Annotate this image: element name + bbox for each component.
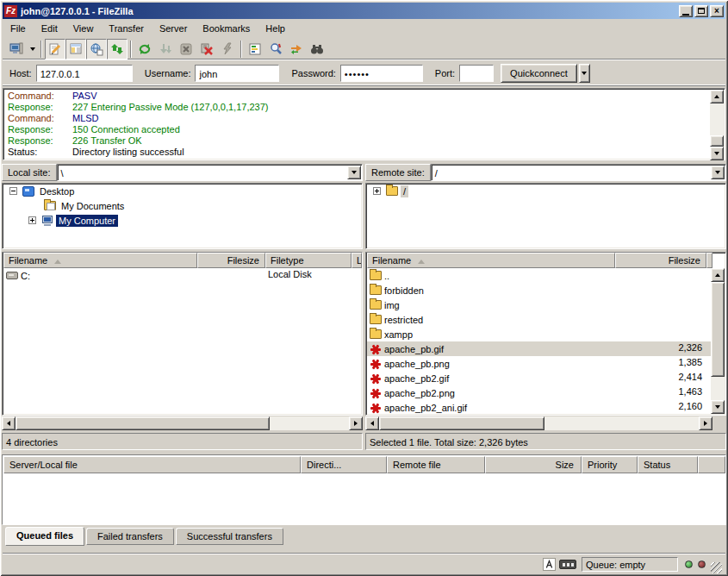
file-row[interactable]: apache_pb2.png1,463 xyxy=(367,385,712,400)
file-row[interactable]: apache_pb.png1,385 xyxy=(367,356,712,371)
menu-view[interactable]: View xyxy=(65,21,102,36)
menu-help[interactable]: Help xyxy=(258,21,293,36)
scroll-track[interactable] xyxy=(270,416,349,430)
column-header-filesize[interactable]: Filesize xyxy=(197,253,265,268)
scroll-left-button[interactable] xyxy=(2,416,16,430)
scroll-track[interactable] xyxy=(544,416,699,430)
menu-file[interactable]: File xyxy=(3,21,34,36)
remote-tree: / xyxy=(365,183,726,249)
local-site-dropdown[interactable] xyxy=(347,166,361,179)
column-header-filename[interactable]: Filename xyxy=(3,253,197,268)
column-header-last-modified[interactable]: L xyxy=(352,253,362,268)
file-row-selected[interactable]: apache_pb.gif2,326 xyxy=(367,341,712,356)
tree-item-desktop[interactable]: Desktop xyxy=(3,184,362,198)
queue-column-status[interactable]: Status xyxy=(638,456,698,473)
scroll-track[interactable] xyxy=(711,377,725,400)
synchronized-browsing-button[interactable] xyxy=(286,39,307,59)
transfer-queue: Server/Local file Directi... Remote file… xyxy=(2,454,726,525)
expand-toggle[interactable] xyxy=(28,216,36,224)
folder-row[interactable]: .. xyxy=(367,268,712,283)
scroll-thumb[interactable] xyxy=(711,282,725,377)
collapse-toggle[interactable] xyxy=(9,187,17,195)
scroll-thumb[interactable] xyxy=(16,416,270,430)
scroll-right-button[interactable] xyxy=(699,416,712,430)
refresh-button[interactable] xyxy=(134,39,155,59)
toggle-message-log-button[interactable] xyxy=(45,39,65,59)
scroll-thumb[interactable] xyxy=(710,135,724,147)
scroll-thumb[interactable] xyxy=(379,416,544,430)
resize-grip[interactable] xyxy=(711,562,722,573)
folder-row[interactable]: restricted xyxy=(367,312,712,327)
file-row[interactable]: apache_pb2.gif2,414 xyxy=(367,371,712,385)
scroll-track[interactable] xyxy=(710,103,724,135)
remote-hscrollbar[interactable] xyxy=(365,416,712,430)
tree-item-my-computer[interactable]: My Computer xyxy=(3,213,362,228)
menu-server[interactable]: Server xyxy=(152,21,195,36)
scroll-left-button[interactable] xyxy=(365,416,379,430)
column-label: Filename xyxy=(9,255,47,266)
toggle-remote-tree-button[interactable] xyxy=(86,39,107,59)
column-header-filesize[interactable]: Filesize xyxy=(615,253,706,268)
folder-row[interactable]: xampp xyxy=(367,327,712,341)
queue-column-direction[interactable]: Directi... xyxy=(301,456,387,473)
minimize-button[interactable] xyxy=(679,5,693,17)
file-row[interactable]: apache_pb2_ani.gif2,160 xyxy=(367,400,712,414)
cancel-button[interactable] xyxy=(176,39,196,59)
folder-row[interactable]: img xyxy=(367,297,712,312)
scroll-down-button[interactable] xyxy=(710,147,724,160)
queue-body[interactable] xyxy=(3,474,725,523)
file-row-c-drive[interactable]: C: Local Disk xyxy=(3,268,361,283)
tab-successful-transfers[interactable]: Successful transfers xyxy=(176,528,283,545)
remote-site-dropdown[interactable] xyxy=(711,166,725,179)
log-scrollbar[interactable] xyxy=(710,90,724,160)
site-manager-dropdown[interactable] xyxy=(27,40,38,59)
directory-comparison-button[interactable] xyxy=(265,39,286,59)
title-bar[interactable]: Fz john@127.0.0.1 - FileZilla × xyxy=(3,3,725,19)
menu-bookmarks[interactable]: Bookmarks xyxy=(195,21,258,36)
toggle-local-tree-button[interactable] xyxy=(65,39,86,59)
reconnect-button[interactable] xyxy=(217,39,238,59)
queue-column-remote-file[interactable]: Remote file xyxy=(387,456,485,473)
column-header-filetype[interactable]: Filetype xyxy=(265,253,352,268)
scroll-up-button[interactable] xyxy=(710,90,724,103)
toggle-transfer-queue-button[interactable] xyxy=(107,39,128,59)
app-icon[interactable]: Fz xyxy=(4,5,17,17)
menu-transfer[interactable]: Transfer xyxy=(101,21,152,36)
port-input[interactable] xyxy=(460,66,493,81)
tree-item-my-documents[interactable]: My Documents xyxy=(3,198,362,213)
username-input[interactable] xyxy=(196,66,278,81)
maximize-button[interactable] xyxy=(694,5,708,17)
quickconnect-dropdown[interactable] xyxy=(579,64,590,83)
local-site-combo[interactable]: \ xyxy=(57,164,363,181)
scroll-right-button[interactable] xyxy=(349,416,363,430)
scroll-down-button[interactable] xyxy=(711,400,725,414)
queue-column-size[interactable]: Size xyxy=(485,456,582,473)
expand-toggle[interactable] xyxy=(373,187,381,195)
remote-vscrollbar[interactable] xyxy=(711,268,725,414)
chevron-down-icon xyxy=(30,47,35,51)
remote-site-combo[interactable]: / xyxy=(431,164,726,181)
column-header-filename[interactable]: Filename xyxy=(367,253,615,268)
local-hscrollbar[interactable] xyxy=(2,416,363,430)
queue-column-priority[interactable]: Priority xyxy=(582,456,638,473)
queue-column-server-local-file[interactable]: Server/Local file xyxy=(3,456,301,473)
menu-edit[interactable]: Edit xyxy=(34,21,65,36)
tab-queued-files[interactable]: Queued files xyxy=(5,527,84,546)
folder-row[interactable]: forbidden xyxy=(367,283,712,297)
host-input[interactable] xyxy=(37,66,132,81)
remote-status-text: Selected 1 file. Total size: 2,326 bytes xyxy=(370,437,528,448)
remote-status-bar: Selected 1 file. Total size: 2,326 bytes xyxy=(365,433,726,450)
tab-failed-transfers[interactable]: Failed transfers xyxy=(86,528,174,545)
quickconnect-button[interactable]: Quickconnect xyxy=(501,64,577,83)
directory-filters-button[interactable] xyxy=(245,39,265,59)
process-queue-button[interactable] xyxy=(155,39,176,59)
disconnect-button[interactable] xyxy=(196,39,217,59)
close-button[interactable]: × xyxy=(710,5,724,17)
transfer-type-badge-icon[interactable] xyxy=(559,560,576,569)
tree-item-root[interactable]: / xyxy=(366,184,725,198)
site-manager-button[interactable] xyxy=(6,39,27,59)
find-files-button[interactable] xyxy=(307,39,327,59)
scroll-up-button[interactable] xyxy=(711,268,725,282)
transfer-datatype-button[interactable] xyxy=(543,558,556,571)
password-input[interactable] xyxy=(341,66,422,81)
